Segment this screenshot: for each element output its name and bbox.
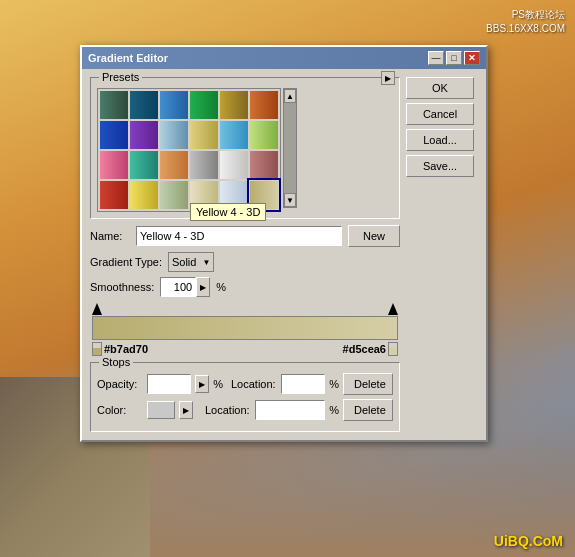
color-location-label: Location: bbox=[205, 404, 251, 416]
minimize-button[interactable]: — bbox=[428, 51, 444, 65]
stops-section: Stops Opacity: ▶ % Location: % Delete Co… bbox=[90, 362, 400, 432]
new-button[interactable]: New bbox=[348, 225, 400, 247]
gradient-bar bbox=[93, 317, 397, 339]
color-stop-right-label: #d5cea6 bbox=[343, 343, 386, 355]
preset-swatch-2[interactable] bbox=[160, 91, 188, 119]
load-button[interactable]: Load... bbox=[406, 129, 474, 151]
title-bar: Gradient Editor — □ ✕ bbox=[82, 47, 486, 69]
save-button[interactable]: Save... bbox=[406, 155, 474, 177]
opacity-stop-left[interactable] bbox=[92, 303, 102, 315]
preset-swatch-18[interactable] bbox=[100, 181, 128, 209]
color-stop-left-label: #b7ad70 bbox=[104, 343, 148, 355]
dialog-body: Presets ▶ bbox=[82, 69, 486, 440]
gradient-type-arrow: ▼ bbox=[202, 258, 210, 267]
presets-grid: Yellow 4 - 3D bbox=[97, 88, 281, 212]
preset-swatch-20[interactable] bbox=[160, 181, 188, 209]
presets-section: Presets ▶ bbox=[90, 77, 400, 219]
preset-swatch-15[interactable] bbox=[190, 151, 218, 179]
opacity-stop-right[interactable] bbox=[388, 303, 398, 315]
preset-swatch-21[interactable] bbox=[190, 181, 218, 209]
gradient-color-stops: #b7ad70 #d5cea6 bbox=[90, 340, 400, 358]
preset-swatch-19[interactable] bbox=[130, 181, 158, 209]
color-label: Color: bbox=[97, 404, 143, 416]
preset-swatch-12[interactable] bbox=[100, 151, 128, 179]
color-stepper-btn[interactable]: ▶ bbox=[179, 401, 193, 419]
opacity-percent: % bbox=[213, 378, 223, 390]
cancel-button[interactable]: Cancel bbox=[406, 103, 474, 125]
smoothness-stepper: ▶ bbox=[160, 277, 210, 297]
preset-swatch-4[interactable] bbox=[220, 91, 248, 119]
presets-grid-container: Yellow 4 - 3D ▲ ▼ bbox=[97, 88, 393, 212]
right-panel: OK Cancel Load... Save... bbox=[406, 77, 478, 432]
gradient-type-row: Gradient Type: Solid ▼ bbox=[90, 252, 400, 272]
name-input[interactable] bbox=[136, 226, 342, 246]
gradient-type-select[interactable]: Solid ▼ bbox=[168, 252, 214, 272]
name-row: Name: New bbox=[90, 225, 400, 247]
opacity-location-label: Location: bbox=[231, 378, 277, 390]
preset-swatch-23[interactable]: Yellow 4 - 3D bbox=[250, 181, 278, 209]
scroll-up-arrow[interactable]: ▲ bbox=[284, 89, 296, 103]
dialog-title: Gradient Editor bbox=[88, 52, 168, 64]
color-location-percent: % bbox=[329, 404, 339, 416]
opacity-label: Opacity: bbox=[97, 378, 143, 390]
scroll-thumb[interactable] bbox=[284, 103, 296, 193]
preset-swatch-1[interactable] bbox=[130, 91, 158, 119]
smoothness-label: Smoothness: bbox=[90, 281, 154, 293]
preset-swatch-6[interactable] bbox=[100, 121, 128, 149]
preset-swatch-0[interactable] bbox=[100, 91, 128, 119]
scroll-down-arrow[interactable]: ▼ bbox=[284, 193, 296, 207]
gradient-type-label: Gradient Type: bbox=[90, 256, 162, 268]
preset-swatch-10[interactable] bbox=[220, 121, 248, 149]
smoothness-stepper-btn[interactable]: ▶ bbox=[196, 277, 210, 297]
preset-swatch-3[interactable] bbox=[190, 91, 218, 119]
preset-swatch-8[interactable] bbox=[160, 121, 188, 149]
left-panel: Presets ▶ bbox=[90, 77, 400, 432]
delete-color-button[interactable]: Delete bbox=[343, 399, 393, 421]
preset-swatch-13[interactable] bbox=[130, 151, 158, 179]
preset-swatch-14[interactable] bbox=[160, 151, 188, 179]
color-location-input[interactable] bbox=[255, 400, 325, 420]
opacity-value-input[interactable] bbox=[147, 374, 191, 394]
preset-swatch-22[interactable] bbox=[220, 181, 248, 209]
preset-swatch-11[interactable] bbox=[250, 121, 278, 149]
gradient-opacity-stops bbox=[90, 302, 400, 316]
preset-swatch-5[interactable] bbox=[250, 91, 278, 119]
presets-scrollbar[interactable]: ▲ ▼ bbox=[283, 88, 297, 208]
color-stop-left[interactable]: #b7ad70 bbox=[92, 342, 148, 356]
opacity-stepper-btn[interactable]: ▶ bbox=[195, 375, 209, 393]
preset-swatch-7[interactable] bbox=[130, 121, 158, 149]
preset-swatch-17[interactable] bbox=[250, 151, 278, 179]
presets-label: Presets bbox=[99, 71, 142, 83]
title-bar-buttons: — □ ✕ bbox=[428, 51, 480, 65]
close-button[interactable]: ✕ bbox=[464, 51, 480, 65]
color-row: Color: ▶ Location: % Delete bbox=[97, 399, 393, 421]
opacity-row: Opacity: ▶ % Location: % Delete bbox=[97, 373, 393, 395]
stops-label: Stops bbox=[99, 356, 133, 368]
smoothness-input[interactable] bbox=[160, 277, 196, 297]
presets-expand-button[interactable]: ▶ bbox=[381, 71, 395, 85]
gradient-bar-wrapper[interactable] bbox=[92, 316, 398, 340]
delete-opacity-button[interactable]: Delete bbox=[343, 373, 393, 395]
color-stop-right[interactable]: #d5cea6 bbox=[343, 342, 398, 356]
name-label: Name: bbox=[90, 230, 130, 242]
watermark-top: PS教程论坛 BBS.16XX8.COM bbox=[486, 8, 565, 36]
smoothness-percent: % bbox=[216, 281, 226, 293]
gradient-bar-section: #b7ad70 #d5cea6 bbox=[90, 302, 400, 358]
restore-button[interactable]: □ bbox=[446, 51, 462, 65]
ok-button[interactable]: OK bbox=[406, 77, 474, 99]
gradient-editor-dialog: Gradient Editor — □ ✕ Presets ▶ bbox=[80, 45, 488, 442]
opacity-location-percent: % bbox=[329, 378, 339, 390]
color-swatch[interactable] bbox=[147, 401, 175, 419]
preset-swatch-16[interactable] bbox=[220, 151, 248, 179]
preset-swatch-9[interactable] bbox=[190, 121, 218, 149]
smoothness-row: Smoothness: ▶ % bbox=[90, 277, 400, 297]
watermark-bottom: UiBQ.CoM bbox=[494, 533, 563, 549]
opacity-location-input[interactable] bbox=[281, 374, 325, 394]
